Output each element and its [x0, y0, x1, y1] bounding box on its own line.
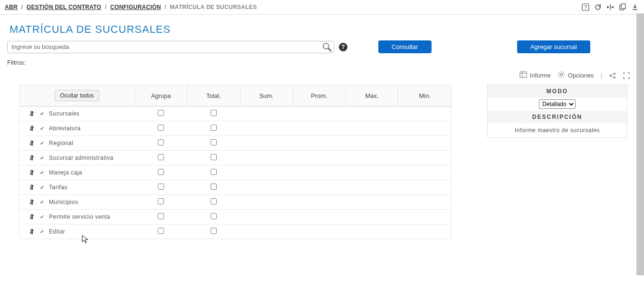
total-checkbox[interactable]: [211, 139, 217, 145]
help-icon[interactable]: ?: [581, 3, 590, 11]
content-row: Ocultar todos Agrupa Total. Sum. Prom. M…: [0, 85, 644, 239]
breadcrumb-item-1[interactable]: GESTIÓN DEL CONTRATO: [27, 4, 101, 10]
total-checkbox[interactable]: [211, 228, 217, 234]
report-icon: [519, 71, 527, 79]
options-label: Opciones: [568, 72, 594, 79]
agrupa-checkbox[interactable]: [158, 125, 164, 131]
total-checkbox[interactable]: [211, 169, 217, 175]
config-table: Ocultar todos Agrupa Total. Sum. Prom. M…: [19, 85, 451, 239]
table-row: ⥯✔Sucursal administrativa: [19, 151, 451, 165]
check-icon: ✔: [40, 170, 45, 176]
agrupa-checkbox[interactable]: [158, 110, 164, 116]
search-input[interactable]: [7, 41, 334, 53]
hide-all-button[interactable]: Ocultar todos: [55, 90, 99, 101]
col-prom: Prom.: [293, 85, 346, 107]
consult-button[interactable]: Consultar: [378, 40, 432, 53]
col-min: Min.: [398, 85, 451, 107]
refresh-icon[interactable]: [594, 3, 602, 11]
svg-point-6: [560, 74, 562, 76]
search-wrap: [7, 41, 334, 53]
sort-icon[interactable]: ⥯: [29, 198, 35, 206]
top-toolbar: ?: [581, 3, 639, 11]
breadcrumb-item-0[interactable]: ABR: [5, 4, 18, 10]
report-tool[interactable]: Informe: [519, 71, 551, 79]
sort-icon[interactable]: ⥯: [29, 213, 35, 221]
mode-header: MODO: [488, 85, 627, 97]
svg-point-8: [614, 73, 615, 75]
table-row: ⥯✔Abreviatura: [19, 121, 451, 136]
agrupa-checkbox[interactable]: [158, 169, 164, 175]
table-row: ⥯✔Municipios: [19, 195, 451, 210]
add-branch-button[interactable]: Agregar sucursal: [517, 40, 590, 53]
svg-rect-3: [621, 4, 625, 9]
agrupa-checkbox[interactable]: [158, 213, 164, 219]
desc-header: DESCRIPCIÓN: [488, 111, 627, 123]
col-total: Total.: [187, 85, 240, 107]
breadcrumb: ABR / GESTIÓN DEL CONTRATO / CONFIGURACI…: [5, 4, 257, 10]
gear-icon: [557, 71, 565, 80]
mode-select[interactable]: Detallado: [539, 99, 576, 109]
search-help-icon[interactable]: ?: [339, 43, 347, 51]
check-icon: ✔: [40, 214, 45, 220]
agrupa-checkbox[interactable]: [158, 184, 164, 190]
row-label: Maneja caja: [49, 169, 82, 176]
total-checkbox[interactable]: [211, 154, 217, 160]
table-row: ⥯✔Permite servicio venta: [19, 210, 451, 224]
desc-text: Informe maestro de sucursales: [488, 123, 627, 137]
vertical-scrollbar[interactable]: [636, 13, 644, 275]
sort-icon[interactable]: ⥯: [29, 228, 35, 235]
row-label: Regional: [49, 140, 73, 146]
breadcrumb-sep: /: [105, 4, 107, 10]
sort-icon[interactable]: ⥯: [29, 169, 35, 176]
row-label: Abreviatura: [49, 125, 81, 132]
fullscreen-tool[interactable]: [623, 72, 630, 79]
search-icon[interactable]: [322, 42, 332, 54]
total-checkbox[interactable]: [211, 184, 217, 190]
tools-row: Informe Opciones |: [0, 69, 644, 85]
breadcrumb-current: MATRÍCULA DE SUCURSALES: [170, 4, 257, 10]
total-checkbox[interactable]: [211, 213, 217, 219]
check-icon: ✔: [40, 184, 45, 191]
agrupa-checkbox[interactable]: [158, 154, 164, 160]
breadcrumb-item-2[interactable]: CONFIGURACIÓN: [110, 4, 161, 10]
total-checkbox[interactable]: [211, 110, 217, 116]
svg-point-9: [614, 77, 615, 78]
side-panel: MODO Detallado DESCRIPCIÓN Informe maest…: [487, 85, 627, 138]
check-icon: ✔: [40, 140, 45, 146]
sort-icon[interactable]: ⥯: [29, 154, 35, 162]
row-label: Municipios: [49, 199, 78, 205]
sort-icon[interactable]: ⥯: [29, 139, 35, 147]
check-icon: ✔: [40, 155, 45, 161]
row-label: Permite servicio venta: [49, 213, 110, 220]
sort-icon[interactable]: ⥯: [29, 125, 35, 132]
total-checkbox[interactable]: [211, 125, 217, 131]
sort-icon[interactable]: ⥯: [29, 184, 35, 191]
tool-separator: |: [601, 72, 602, 79]
agrupa-checkbox[interactable]: [158, 228, 164, 234]
breadcrumb-sep: /: [164, 4, 166, 10]
total-checkbox[interactable]: [211, 198, 217, 204]
copy-icon[interactable]: [618, 3, 627, 11]
download-icon[interactable]: [631, 3, 639, 11]
agrupa-checkbox[interactable]: [158, 198, 164, 204]
table-row: ⥯✔Sucursales: [19, 107, 451, 121]
col-max: Max.: [346, 85, 398, 107]
row-label: Tarifas: [49, 184, 67, 191]
table-row: ⥯✔Tarifas: [19, 180, 451, 195]
top-bar: ABR / GESTIÓN DEL CONTRATO / CONFIGURACI…: [0, 0, 644, 15]
check-icon: ✔: [40, 199, 45, 205]
breadcrumb-sep: /: [21, 4, 23, 10]
resize-columns-icon[interactable]: [606, 3, 615, 11]
table-row: ⥯✔Editar: [19, 224, 451, 239]
report-label: Informe: [530, 72, 551, 79]
check-icon: ✔: [40, 229, 45, 235]
col-agrupa: Agrupa: [135, 85, 187, 107]
sort-icon[interactable]: ⥯: [29, 110, 35, 117]
filters-label: Filtros:: [0, 56, 644, 69]
share-tool[interactable]: [609, 72, 616, 79]
check-icon: ✔: [40, 111, 45, 117]
agrupa-checkbox[interactable]: [158, 139, 164, 145]
row-label: Sucursales: [49, 110, 79, 117]
check-icon: ✔: [40, 126, 45, 132]
options-tool[interactable]: Opciones: [557, 71, 594, 80]
